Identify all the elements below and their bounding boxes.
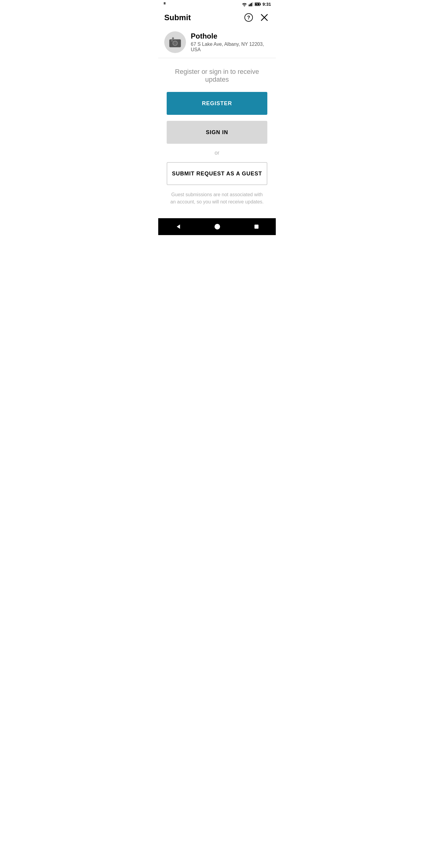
svg-rect-4 xyxy=(251,3,252,6)
svg-rect-3 xyxy=(250,4,251,6)
svg-rect-16 xyxy=(171,40,173,41)
recent-icon xyxy=(253,224,259,230)
home-icon xyxy=(214,223,221,230)
camera-add-icon xyxy=(169,36,181,48)
svg-rect-21 xyxy=(254,224,258,228)
svg-marker-19 xyxy=(177,224,180,229)
issue-info: Pothole 67 S Lake Ave, Albany, NY 12203,… xyxy=(191,32,270,53)
issue-icon-wrapper xyxy=(164,31,186,53)
recent-nav-button[interactable] xyxy=(251,221,262,232)
issue-header: Pothole 67 S Lake Ave, Albany, NY 12203,… xyxy=(158,27,276,58)
status-bar: 9:31 xyxy=(158,0,276,8)
close-icon xyxy=(260,13,269,22)
help-button[interactable]: ? xyxy=(243,12,254,23)
status-bar-left xyxy=(163,1,168,7)
svg-rect-5 xyxy=(252,2,253,6)
issue-address: 67 S Lake Ave, Albany, NY 12203, USA xyxy=(191,41,270,53)
close-button[interactable] xyxy=(259,12,270,23)
guest-note: Guest submissions are not associated wit… xyxy=(167,191,267,206)
main-content: Register or sign in to receive updates R… xyxy=(158,58,276,218)
signal-icon xyxy=(249,2,253,6)
status-bar-right: 9:31 xyxy=(241,2,271,7)
prompt-text: Register or sign in to receive updates xyxy=(167,68,267,84)
back-nav-button[interactable] xyxy=(172,221,184,232)
page-title: Submit xyxy=(164,13,191,22)
notification-icon xyxy=(163,1,168,7)
help-icon: ? xyxy=(244,13,253,22)
home-nav-button[interactable] xyxy=(212,221,223,232)
svg-point-20 xyxy=(215,224,220,229)
or-divider: or xyxy=(215,150,219,156)
signin-button[interactable]: SIGN IN xyxy=(167,121,267,144)
back-icon xyxy=(175,223,181,230)
nav-actions: ? xyxy=(243,12,270,23)
svg-text:?: ? xyxy=(247,15,250,20)
wifi-icon xyxy=(241,2,247,6)
svg-rect-0 xyxy=(164,2,165,4)
bottom-nav xyxy=(158,218,276,235)
status-time: 9:31 xyxy=(262,2,271,7)
svg-rect-7 xyxy=(260,4,261,5)
register-button[interactable]: REGISTER xyxy=(167,92,267,115)
svg-point-15 xyxy=(173,41,177,45)
battery-icon xyxy=(255,2,261,6)
top-nav: Submit ? xyxy=(158,8,276,27)
svg-point-1 xyxy=(244,6,245,6)
issue-type-title: Pothole xyxy=(191,32,270,40)
guest-submit-button[interactable]: SUBMIT REQUEST AS A GUEST xyxy=(167,162,267,185)
svg-rect-2 xyxy=(249,4,250,6)
